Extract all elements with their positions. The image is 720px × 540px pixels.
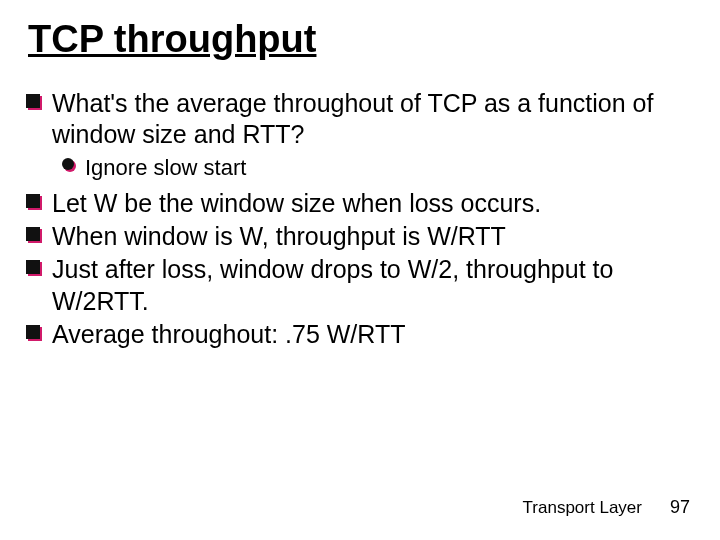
circle-bullet-icon xyxy=(64,160,76,172)
square-bullet-icon xyxy=(28,262,42,276)
list-item: Just after loss, window drops to W/2, th… xyxy=(28,254,692,317)
slide: TCP throughput What's the average throug… xyxy=(0,0,720,540)
list-item-text: Average throughout: .75 W/RTT xyxy=(52,319,692,350)
square-bullet-icon xyxy=(28,229,42,243)
footer-label: Transport Layer xyxy=(523,498,642,518)
list-item: What's the average throughout of TCP as … xyxy=(28,88,692,151)
list-item-text: Let W be the window size when loss occur… xyxy=(52,188,692,219)
list-item-text: What's the average throughout of TCP as … xyxy=(52,88,692,151)
list-item-text: Just after loss, window drops to W/2, th… xyxy=(52,254,692,317)
list-item-text: When window is W, throughput is W/RTT xyxy=(52,221,692,252)
list-subitem: Ignore slow start xyxy=(64,154,692,182)
footer: Transport Layer 97 xyxy=(523,497,690,518)
slide-title: TCP throughput xyxy=(28,20,692,60)
list-item: When window is W, throughput is W/RTT xyxy=(28,221,692,252)
list-item: Average throughout: .75 W/RTT xyxy=(28,319,692,350)
list-item: Let W be the window size when loss occur… xyxy=(28,188,692,219)
bullet-list: What's the average throughout of TCP as … xyxy=(28,88,692,350)
square-bullet-icon xyxy=(28,96,42,110)
list-subitem-text: Ignore slow start xyxy=(85,154,692,182)
square-bullet-icon xyxy=(28,196,42,210)
page-number: 97 xyxy=(670,497,690,518)
square-bullet-icon xyxy=(28,327,42,341)
